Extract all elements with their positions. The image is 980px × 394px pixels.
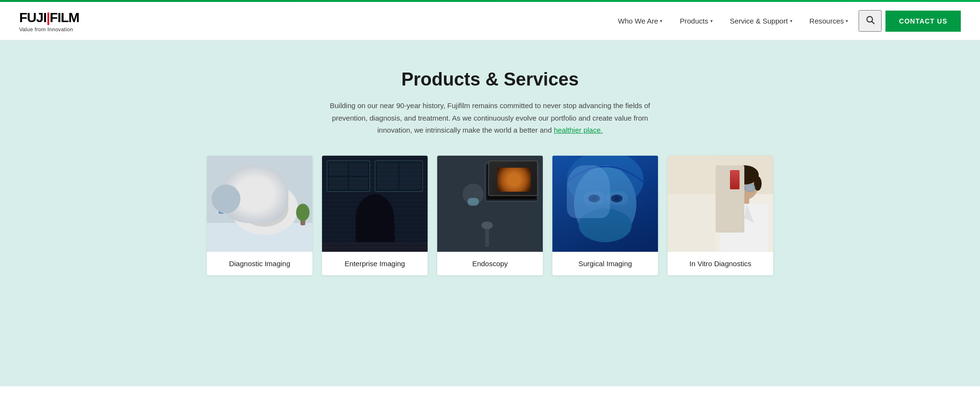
card-surgical-imaging[interactable]: Surgical Imaging	[552, 156, 658, 275]
chevron-down-icon: ▾	[660, 18, 662, 24]
svg-rect-22	[375, 160, 423, 192]
card-image-surgical-imaging	[552, 156, 658, 252]
svg-rect-17	[349, 162, 368, 176]
svg-point-32	[497, 168, 526, 197]
card-label-surgical-imaging: Surgical Imaging	[552, 252, 658, 275]
logo-tagline: Value from Innovation	[19, 26, 73, 32]
svg-rect-44	[552, 156, 658, 252]
svg-point-5	[240, 190, 288, 227]
svg-rect-31	[487, 165, 536, 199]
svg-rect-49	[584, 192, 605, 205]
svg-point-34	[502, 172, 521, 192]
svg-point-8	[220, 203, 247, 210]
svg-point-38	[505, 183, 509, 186]
endoscopy-image-svg	[437, 156, 543, 252]
nav-item-who-we-are[interactable]: Who We Are ▾	[611, 13, 669, 29]
svg-rect-30	[485, 163, 538, 201]
logo-bar: |	[47, 10, 50, 25]
section-title: Products & Services	[19, 69, 961, 90]
svg-point-53	[611, 195, 622, 202]
card-label-in-vitro-diagnostics: In Vitro Diagnostics	[668, 252, 773, 275]
svg-rect-15	[328, 161, 369, 191]
main-section: Products & Services Building on our near…	[0, 40, 980, 386]
svg-point-66	[717, 219, 734, 232]
nav-item-service-support[interactable]: Service & Support ▾	[723, 13, 799, 29]
svg-rect-28	[322, 242, 428, 252]
header: FUJI|FILM Value from Innovation Who We A…	[0, 2, 980, 40]
svg-point-55	[614, 196, 619, 201]
card-label-diagnostic-imaging: Diagnostic Imaging	[207, 252, 312, 275]
svg-point-37	[508, 183, 515, 189]
search-icon	[865, 15, 875, 25]
nav-label-resources: Resources	[810, 17, 844, 25]
svg-point-35	[506, 176, 511, 181]
card-in-vitro-diagnostics[interactable]: In Vitro Diagnostics	[668, 156, 773, 275]
section-header: Products & Services Building on our near…	[19, 69, 961, 136]
svg-rect-25	[399, 162, 421, 190]
nav-item-resources[interactable]: Resources ▾	[803, 13, 855, 29]
svg-rect-68	[722, 197, 727, 204]
svg-rect-13	[322, 156, 428, 252]
surgical-image-svg	[552, 156, 658, 252]
card-image-enterprise-imaging	[322, 156, 428, 252]
svg-line-1	[872, 22, 874, 24]
svg-rect-40	[463, 203, 484, 232]
svg-rect-27	[374, 235, 395, 252]
svg-rect-14	[327, 160, 370, 192]
logo-film: FILM	[50, 10, 79, 25]
logo-wordmark: FUJI|FILM	[19, 10, 79, 25]
section-description-link[interactable]: healthier place.	[554, 126, 603, 134]
nav-item-products[interactable]: Products ▾	[673, 13, 719, 29]
svg-rect-10	[218, 200, 224, 214]
svg-rect-64	[745, 185, 755, 191]
svg-point-54	[592, 196, 597, 201]
enterprise-image-svg	[322, 156, 428, 252]
svg-rect-18	[329, 177, 348, 190]
nav-label-who-we-are: Who We Are	[618, 17, 658, 25]
svg-rect-67	[721, 194, 728, 218]
product-cards-container: Diagnostic Imaging	[19, 156, 961, 275]
svg-point-52	[588, 195, 600, 202]
card-endoscopy[interactable]: Endoscopy	[437, 156, 543, 275]
svg-rect-69	[720, 193, 729, 197]
svg-point-26	[374, 217, 395, 238]
chevron-down-icon: ▾	[710, 18, 713, 24]
contact-us-button[interactable]: CONTACT US	[885, 11, 961, 32]
main-nav: Who We Are ▾ Products ▾ Service & Suppor…	[611, 10, 961, 32]
svg-point-47	[574, 165, 636, 242]
svg-rect-63	[735, 185, 744, 191]
search-button[interactable]	[859, 10, 882, 32]
card-image-endoscopy	[437, 156, 543, 252]
logo[interactable]: FUJI|FILM Value from Innovation	[19, 10, 79, 32]
svg-rect-50	[606, 192, 628, 205]
svg-point-33	[498, 169, 525, 196]
card-enterprise-imaging[interactable]: Enterprise Imaging	[322, 156, 428, 275]
card-label-endoscopy: Endoscopy	[437, 252, 543, 275]
svg-point-36	[512, 178, 518, 184]
card-diagnostic-imaging[interactable]: Diagnostic Imaging	[207, 156, 312, 275]
diagnostic-image-svg	[207, 156, 312, 252]
svg-point-46	[567, 156, 644, 209]
card-image-diagnostic-imaging	[207, 156, 312, 252]
svg-rect-29	[437, 156, 543, 252]
nav-label-products: Products	[680, 17, 708, 25]
svg-rect-45	[552, 156, 658, 252]
svg-rect-24	[377, 162, 398, 190]
svg-rect-7	[216, 208, 255, 213]
svg-rect-16	[329, 162, 348, 176]
svg-point-12	[296, 204, 310, 221]
card-label-enterprise-imaging: Enterprise Imaging	[322, 252, 428, 275]
svg-rect-41	[467, 198, 479, 206]
ivd-image-svg	[668, 156, 773, 252]
svg-point-43	[481, 222, 493, 229]
svg-point-48	[579, 209, 632, 242]
card-image-in-vitro-diagnostics	[668, 156, 773, 252]
svg-point-9	[217, 193, 225, 200]
nav-label-service-support: Service & Support	[730, 17, 788, 25]
svg-rect-23	[376, 161, 422, 191]
svg-point-6	[250, 198, 279, 219]
svg-rect-70	[668, 156, 716, 252]
chevron-down-icon: ▾	[790, 18, 792, 24]
logo-fuji: FUJI	[19, 10, 47, 25]
svg-rect-62	[720, 204, 768, 252]
